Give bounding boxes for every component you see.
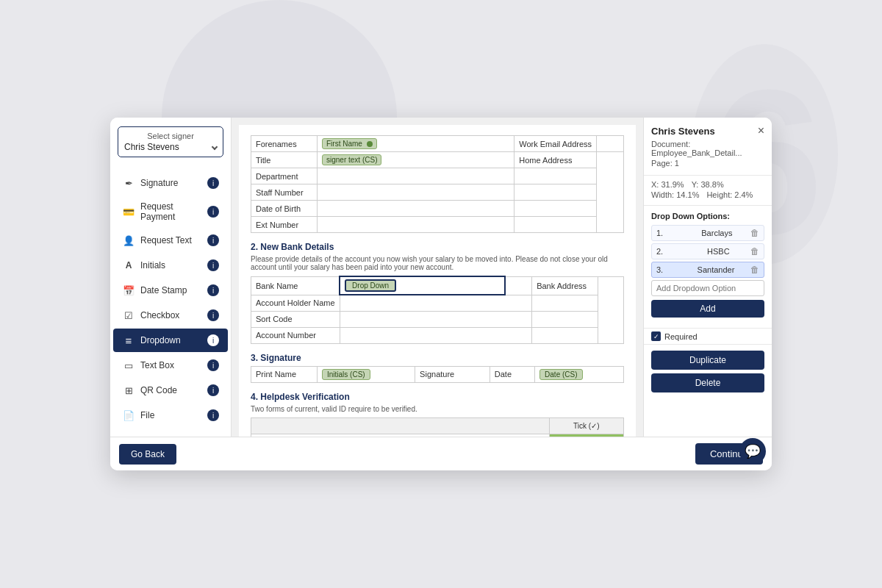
sort-code-label: Sort Code <box>251 311 340 327</box>
go-back-button[interactable]: Go Back <box>119 444 176 465</box>
sidebar-item-date-stamp[interactable]: 📅 Date Stamp i <box>113 279 228 302</box>
table-cell-dept-label: Department <box>251 168 318 184</box>
info-badge-dropdown: i <box>207 334 219 346</box>
right-panel: Chris Stevens × Document: Employee_Bank_… <box>643 118 772 437</box>
info-badge-payment: i <box>207 206 219 218</box>
add-dropdown-option-input[interactable] <box>651 280 764 296</box>
file-icon: 📄 <box>122 409 135 422</box>
table-cell-dob-val <box>318 201 514 217</box>
dropdown-options-title: Drop Down Options: <box>651 212 764 220</box>
signer-select-label: Select signer <box>124 132 217 140</box>
required-label: Required <box>664 332 698 341</box>
y-label: Y: 38.8% <box>692 180 724 189</box>
bank-name-dropdown-cell: Drop Down <box>340 276 505 295</box>
date-cell: Date <box>490 366 534 382</box>
sidebar-item-request-text[interactable]: 👤 Request Text i <box>113 229 228 252</box>
info-badge-file: i <box>207 409 219 421</box>
table-cell-title-label: Title <box>251 152 318 168</box>
signer-value-row: Chris Stevens <box>124 142 217 152</box>
page-label: Page: 1 <box>651 159 764 168</box>
dropdown-option-1: 1. Barclays 🗑 <box>651 225 764 241</box>
document-page: Forenames First Name Work Email Address … <box>239 125 636 437</box>
sidebar-item-text-box[interactable]: ▭ Text Box i <box>113 354 228 377</box>
account-num-label: Account Number <box>251 327 340 343</box>
bank-address-val <box>598 276 624 343</box>
duplicate-button[interactable]: Duplicate <box>651 351 764 370</box>
info-badge-qr-code: i <box>207 384 219 396</box>
table-cell-dob-label: Date of Birth <box>251 201 318 217</box>
table-cell-dept-val <box>318 168 514 184</box>
table-cell-home-address-label: Home Address <box>514 152 597 168</box>
sidebar-item-label-signature: Signature <box>140 178 207 188</box>
request-text-icon: 👤 <box>122 234 135 247</box>
panel-meta: Document: Employee_Bank_Detail... Page: … <box>644 140 772 176</box>
info-badge-checkbox: i <box>207 309 219 321</box>
id-verification-table: Tick (✓) A. Staff ID Card ✓ B. Full Pass… <box>251 417 624 437</box>
table-cell-staff-num-label: Staff Number <box>251 184 318 201</box>
initials-cell: Initials (CS) <box>318 366 415 382</box>
section2-title: 2. New Bank Details <box>251 242 624 252</box>
signature-icon: ✒ <box>122 176 135 190</box>
option-1-label: Barclays <box>701 229 732 237</box>
chat-bubble-button[interactable]: 💬 <box>739 438 766 465</box>
payment-icon: 💳 <box>122 205 135 218</box>
table-cell-forenames-label: Forenames <box>251 136 318 152</box>
sidebar-item-request-payment[interactable]: 💳 Request Payment i <box>113 196 228 227</box>
table-cell-ext-num-label: Ext Number <box>251 217 318 233</box>
initials-tag: Initials (CS) <box>322 369 370 380</box>
bottom-bar: Go Back Continue <box>110 437 772 470</box>
document-label: Document: Employee_Bank_Detail... <box>651 140 764 157</box>
x-label: X: 31.9% <box>651 180 684 189</box>
sidebar-item-qr-code[interactable]: ⊞ QR Code i <box>113 379 228 402</box>
sidebar-item-label-date-stamp: Date Stamp <box>140 285 207 295</box>
delete-button[interactable]: Delete <box>651 373 764 392</box>
chevron-down-icon <box>212 144 218 150</box>
signer-value: Chris Stevens <box>124 142 179 152</box>
sidebar-item-checkbox[interactable]: ☑ Checkbox i <box>113 304 228 327</box>
delete-option-1-icon[interactable]: 🗑 <box>750 228 759 238</box>
bank-name-dropdown-tag: Drop Down <box>345 279 396 292</box>
info-badge-request-text: i <box>207 234 219 246</box>
delete-option-2-icon[interactable]: 🗑 <box>750 246 759 257</box>
sidebar-item-label-file: File <box>140 410 207 420</box>
sidebar-item-label-text-box: Text Box <box>140 360 207 370</box>
bank-name-label: Bank Name <box>251 276 340 295</box>
sidebar-item-initials[interactable]: A Initials i <box>113 254 228 277</box>
section3-title: 3. Signature <box>251 353 624 363</box>
document-area: Forenames First Name Work Email Address … <box>232 118 643 437</box>
panel-title: Chris Stevens <box>651 126 715 137</box>
signer-select-dropdown[interactable]: Select signer Chris Stevens <box>118 126 223 157</box>
option-1-num: 1. <box>656 229 663 237</box>
add-option-button[interactable]: Add <box>651 300 764 318</box>
dropdown-options-section: Drop Down Options: 1. Barclays 🗑 2. HSBC… <box>644 206 772 329</box>
sidebar-item-label-dropdown: Dropdown <box>140 335 207 345</box>
panel-header: Chris Stevens × <box>644 118 772 140</box>
required-checkbox[interactable] <box>651 331 661 341</box>
sidebar-item-signature[interactable]: ✒ Signature i <box>113 171 228 195</box>
chat-icon: 💬 <box>745 443 761 459</box>
signer-dot <box>367 141 373 147</box>
date-stamp-icon: 📅 <box>122 284 135 297</box>
checkbox-icon: ☑ <box>122 309 135 322</box>
sidebar-item-dropdown[interactable]: ≡ Dropdown i <box>113 329 228 352</box>
bank-details-table: Bank Name Drop Down Bank Address Account… <box>251 276 624 344</box>
option-2-label: HSBC <box>707 247 730 256</box>
sort-code-val <box>340 311 532 327</box>
bank-name-extra-val <box>505 276 531 295</box>
account-holder-label: Account Holder Name <box>251 295 340 311</box>
sidebar-item-file[interactable]: 📄 File i <box>113 404 228 427</box>
table-cell-firstname-val: First Name <box>318 136 514 152</box>
delete-option-3-icon[interactable]: 🗑 <box>750 265 759 275</box>
date-cs-tag: Date (CS) <box>539 369 582 380</box>
date-cs-cell: Date (CS) <box>535 366 624 382</box>
account-num-val <box>340 327 532 343</box>
sidebar-item-label-request-text: Request Text <box>140 235 207 245</box>
print-name-label: Print Name <box>251 366 318 382</box>
table-cell-home-address-val <box>597 152 624 233</box>
close-button[interactable]: × <box>758 125 764 137</box>
signature-table: Print Name Initials (CS) Signature Date … <box>251 366 624 383</box>
section4-desc: Two forms of current, valid ID require t… <box>251 405 624 413</box>
dropdown-option-3: 3. Santander 🗑 <box>651 262 764 278</box>
width-label: Width: 14.1% <box>651 190 699 199</box>
text-box-icon: ▭ <box>122 359 135 372</box>
